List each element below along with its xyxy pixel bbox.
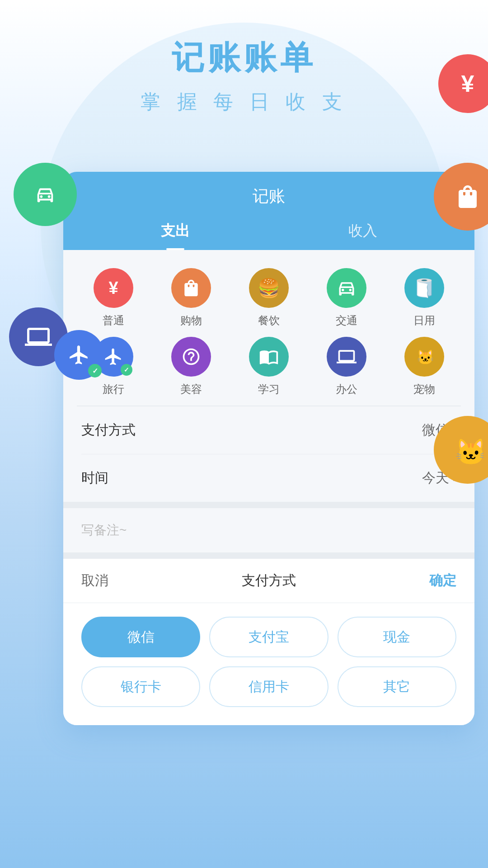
cat-shopping[interactable]: 购物 <box>155 268 228 328</box>
picker-header: 取消 支付方式 确定 <box>63 559 474 603</box>
time-row[interactable]: 时间 今天 › <box>81 454 456 502</box>
cat-normal-circle: ¥ <box>94 268 133 308</box>
main-title: 记账账单 <box>0 36 488 80</box>
payment-options: 微信 支付宝 现金 银行卡 信用卡 其它 <box>63 603 474 725</box>
cat-food-circle: 🍔 <box>249 268 289 308</box>
note-placeholder[interactable]: 写备注~ <box>81 523 127 537</box>
svg-text:🐱: 🐱 <box>417 349 435 366</box>
cat-transport-label: 交通 <box>336 313 357 328</box>
cat-daily-label: 日用 <box>413 313 435 328</box>
payment-credit-card[interactable]: 信用卡 <box>209 666 328 707</box>
info-section: 支付方式 微信 › 时间 今天 › <box>63 406 474 502</box>
tab-income[interactable]: 收入 <box>321 217 404 250</box>
cat-shopping-circle <box>171 268 211 308</box>
payment-method-row[interactable]: 支付方式 微信 › <box>81 406 456 454</box>
time-label: 时间 <box>81 469 108 487</box>
cat-study[interactable]: 学习 <box>232 337 305 396</box>
cat-shopping-label: 购物 <box>180 313 202 328</box>
cat-daily[interactable]: 🧻 日用 <box>388 268 461 328</box>
cat-daily-circle: 🧻 <box>404 268 444 308</box>
yuan-icon: ¥ <box>461 70 474 97</box>
cat-pet[interactable]: 🐱 宠物 <box>388 337 461 396</box>
tabs-row: 支出 收入 <box>81 217 456 250</box>
picker-confirm-button[interactable]: 确定 <box>429 571 456 590</box>
payment-bank-card[interactable]: 银行卡 <box>81 666 200 707</box>
phone-card: 记账 支出 收入 ¥ 普通 购物 <box>63 172 474 725</box>
cat-office-circle <box>327 337 366 377</box>
transport-icon <box>337 278 357 298</box>
payment-label: 支付方式 <box>81 421 136 439</box>
svg-point-4 <box>349 289 352 292</box>
picker-cancel-button[interactable]: 取消 <box>81 571 108 590</box>
travel-cat-icon <box>103 347 123 367</box>
payment-wechat[interactable]: 微信 <box>81 617 200 657</box>
car-icon <box>35 184 56 205</box>
svg-point-1 <box>48 195 51 198</box>
cat-normal[interactable]: ¥ 普通 <box>77 268 150 328</box>
svg-point-0 <box>40 195 43 198</box>
daily-icon: 🧻 <box>413 278 436 299</box>
shopping-icon <box>181 278 201 298</box>
study-icon <box>259 347 279 367</box>
laptop-icon <box>25 323 52 350</box>
cat-study-circle <box>249 337 289 377</box>
card-title: 记账 <box>81 185 456 208</box>
pet-cat-icon: 🐱 <box>414 346 435 367</box>
yuan-cat-icon: ¥ <box>108 278 118 298</box>
cat-transport[interactable]: 交通 <box>310 268 383 328</box>
cat-food-label: 餐饮 <box>258 313 280 328</box>
sub-title: 掌 握 每 日 收 支 <box>0 89 488 115</box>
cat-pet-circle: 🐱 <box>404 337 444 377</box>
shopping-bag-icon <box>454 183 481 210</box>
float-travel-circle: ✓ <box>54 330 104 380</box>
payment-alipay[interactable]: 支付宝 <box>209 617 328 657</box>
picker-title: 支付方式 <box>242 571 296 590</box>
beauty-icon <box>181 347 201 367</box>
travel-icon <box>68 344 90 366</box>
pet-icon: 🐱 <box>452 434 483 466</box>
note-area: 写备注~ <box>63 502 474 552</box>
tab-expense[interactable]: 支出 <box>134 217 217 250</box>
svg-text:🐱: 🐱 <box>455 437 483 466</box>
check-overlay: ✓ <box>121 364 132 376</box>
check-badge: ✓ <box>88 364 102 377</box>
payment-other[interactable]: 其它 <box>338 666 456 707</box>
cat-transport-circle <box>327 268 366 308</box>
card-header: 记账 支出 收入 <box>63 172 474 250</box>
cat-beauty-label: 美容 <box>180 382 202 396</box>
cat-normal-label: 普通 <box>103 313 124 328</box>
cat-travel-label: 旅行 <box>103 382 124 396</box>
cat-office[interactable]: 办公 <box>310 337 383 396</box>
cat-office-label: 办公 <box>336 382 357 396</box>
food-icon: 🍔 <box>258 278 280 299</box>
office-icon <box>337 347 357 367</box>
cat-study-label: 学习 <box>258 382 280 396</box>
header-section: 记账账单 掌 握 每 日 收 支 <box>0 0 488 115</box>
svg-point-3 <box>342 289 344 292</box>
category-grid: ¥ 普通 购物 🍔 餐饮 <box>63 250 474 406</box>
payment-picker: 取消 支付方式 确定 微信 支付宝 现金 银行卡 信用卡 其它 <box>63 552 474 725</box>
float-car-circle <box>14 163 77 226</box>
cat-food[interactable]: 🍔 餐饮 <box>232 268 305 328</box>
cat-beauty-circle <box>171 337 211 377</box>
cat-beauty[interactable]: 美容 <box>155 337 228 396</box>
payment-cash[interactable]: 现金 <box>338 617 456 657</box>
cat-pet-label: 宠物 <box>413 382 435 396</box>
